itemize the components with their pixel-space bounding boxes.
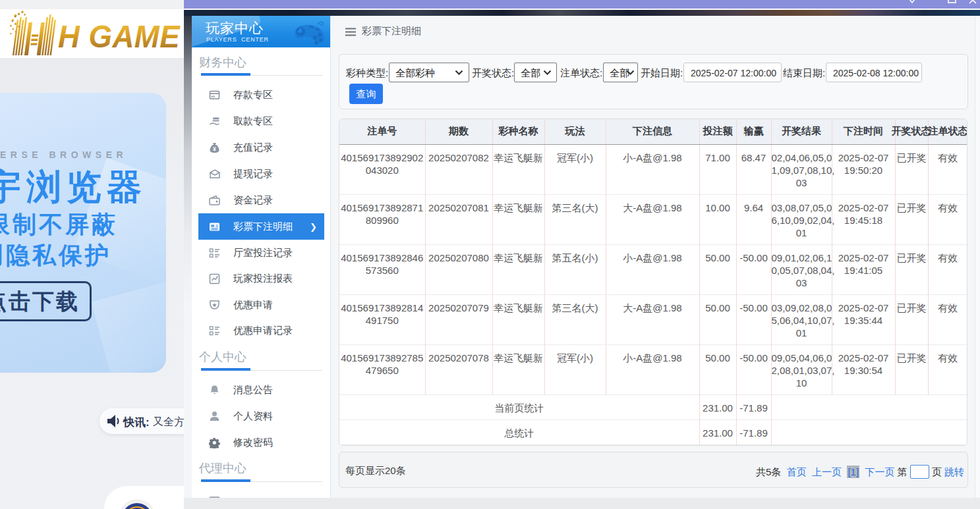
svg-text:H GAME: H GAME [58, 19, 181, 54]
